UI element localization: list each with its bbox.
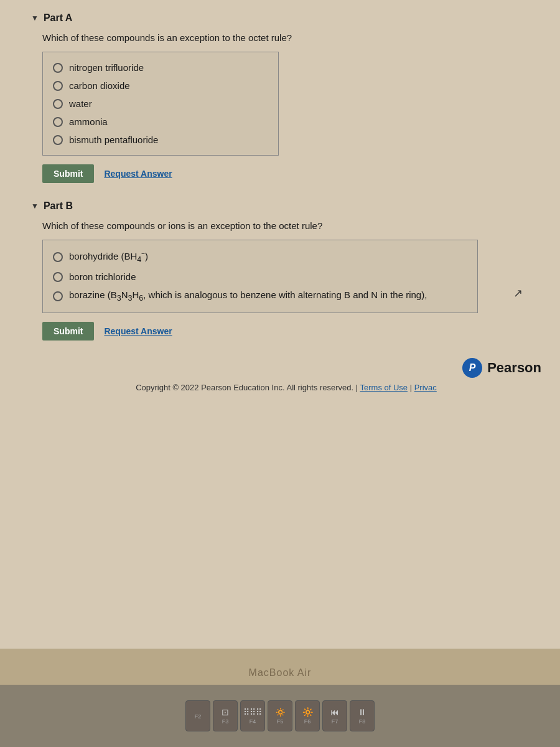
option-label: nitrogen trifluoride bbox=[69, 62, 144, 73]
key-f3-icon: ⊡ bbox=[222, 707, 229, 717]
list-item[interactable]: ammonia bbox=[53, 113, 268, 131]
part-b-actions: Submit Request Answer bbox=[42, 322, 541, 341]
list-item[interactable]: carbon dioxide bbox=[53, 77, 268, 95]
copyright-row: Copyright © 2022 Pearson Education Inc. … bbox=[31, 383, 541, 392]
part-b-options-box: borohydride (BH4−) boron trichloride bor… bbox=[42, 240, 478, 313]
part-a-question: Which of these compounds is an exception… bbox=[42, 32, 541, 43]
copyright-text: Copyright © 2022 Pearson Education Inc. … bbox=[136, 383, 358, 392]
option-label: boron trichloride bbox=[69, 271, 136, 282]
key-f7[interactable]: ⏮ F7 bbox=[322, 700, 347, 731]
radio-nitrogen-trifluoride[interactable] bbox=[53, 63, 63, 73]
pearson-name: Pearson bbox=[487, 360, 541, 376]
key-f3-label: F3 bbox=[222, 718, 229, 725]
radio-borazine[interactable] bbox=[53, 291, 63, 301]
list-item[interactable]: borohydride (BH4−) bbox=[53, 247, 467, 268]
part-a-options-box: nitrogen trifluoride carbon dioxide wate… bbox=[42, 52, 279, 156]
part-b-submit-button[interactable]: Submit bbox=[42, 322, 94, 341]
key-f3[interactable]: ⊡ F3 bbox=[213, 700, 238, 731]
part-a-collapse-arrow[interactable]: ▼ bbox=[31, 14, 39, 22]
key-f6-icon: 🔆 bbox=[302, 707, 313, 717]
macbook-label-area: MacBook Air bbox=[0, 649, 560, 685]
list-item[interactable]: boron trichloride bbox=[53, 268, 467, 286]
cursor-arrow: ↗ bbox=[513, 286, 523, 300]
list-item[interactable]: borazine (B3N3H6, which is analogous to … bbox=[53, 286, 467, 306]
pearson-logo-letter: P bbox=[469, 362, 476, 374]
part-a-submit-button[interactable]: Submit bbox=[42, 164, 94, 183]
key-f6-label: F6 bbox=[304, 718, 311, 725]
part-b-title: Part B bbox=[44, 200, 73, 212]
terms-of-use-link[interactable]: Terms of Use bbox=[360, 383, 408, 392]
radio-borohydride[interactable] bbox=[53, 252, 63, 262]
part-a-section: ▼ Part A Which of these compounds is an … bbox=[31, 12, 541, 183]
option-label: carbon dioxide bbox=[69, 80, 130, 91]
part-a-title: Part A bbox=[44, 12, 73, 24]
key-f2-label: F2 bbox=[195, 713, 202, 720]
pearson-logo: P bbox=[462, 358, 482, 378]
key-f8-icon: ⏸ bbox=[358, 707, 366, 717]
radio-boron-trichloride[interactable] bbox=[53, 272, 63, 282]
radio-bismuth-pentafluoride[interactable] bbox=[53, 135, 63, 145]
key-f5[interactable]: 🔅 F5 bbox=[268, 700, 292, 731]
option-label: bismuth pentafluoride bbox=[69, 134, 158, 145]
privacy-link[interactable]: Privac bbox=[414, 383, 437, 392]
radio-carbon-dioxide[interactable] bbox=[53, 81, 63, 91]
pearson-brand: P Pearson bbox=[31, 358, 541, 378]
key-f8[interactable]: ⏸ F8 bbox=[350, 700, 375, 731]
keyboard-bar: F2 ⊡ F3 ⠿⠿⠿ F4 🔅 F5 🔆 F6 ⏮ F7 ⏸ F8 bbox=[0, 685, 560, 747]
option-label: water bbox=[69, 98, 92, 109]
key-f5-icon: 🔅 bbox=[275, 707, 286, 717]
key-f4[interactable]: ⠿⠿⠿ F4 bbox=[240, 700, 265, 731]
list-item[interactable]: nitrogen trifluoride bbox=[53, 59, 268, 77]
key-f2[interactable]: F2 bbox=[185, 700, 210, 731]
part-a-header: ▼ Part A bbox=[31, 12, 541, 24]
key-f7-label: F7 bbox=[332, 718, 338, 725]
radio-water[interactable] bbox=[53, 99, 63, 109]
key-f8-label: F8 bbox=[359, 718, 366, 725]
part-b-request-answer-link[interactable]: Request Answer bbox=[104, 326, 172, 336]
macbook-label: MacBook Air bbox=[249, 667, 312, 678]
list-item[interactable]: bismuth pentafluoride bbox=[53, 131, 268, 149]
key-f4-icon: ⠿⠿⠿ bbox=[243, 707, 262, 717]
part-a-actions: Submit Request Answer bbox=[42, 164, 541, 183]
key-f6[interactable]: 🔆 F6 bbox=[295, 700, 320, 731]
key-f5-label: F5 bbox=[277, 718, 284, 725]
option-label: ammonia bbox=[69, 116, 108, 127]
list-item[interactable]: water bbox=[53, 95, 268, 113]
option-label: borohydride (BH4−) bbox=[69, 250, 148, 264]
separator: | bbox=[410, 383, 414, 392]
part-b-section: ▼ Part B Which of these compounds or ion… bbox=[31, 200, 541, 341]
key-f4-label: F4 bbox=[250, 718, 256, 725]
part-b-header: ▼ Part B bbox=[31, 200, 541, 212]
part-b-collapse-arrow[interactable]: ▼ bbox=[31, 202, 39, 210]
radio-ammonia[interactable] bbox=[53, 117, 63, 127]
key-f7-icon: ⏮ bbox=[330, 707, 339, 717]
part-b-question: Which of these compounds or ions is an e… bbox=[42, 220, 541, 231]
option-label: borazine (B3N3H6, which is analogous to … bbox=[69, 289, 427, 303]
part-a-request-answer-link[interactable]: Request Answer bbox=[104, 169, 172, 179]
